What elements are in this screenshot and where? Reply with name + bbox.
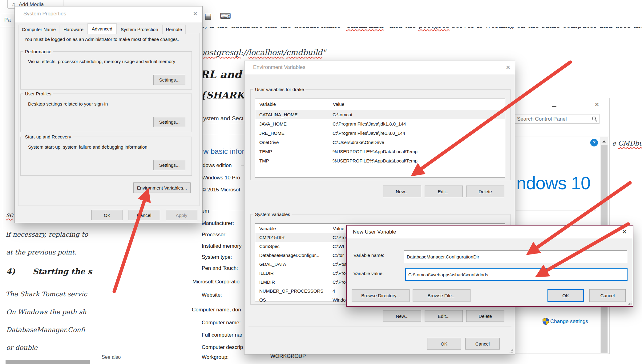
sysinfo-label: Computer name: (202, 320, 241, 326)
admin-note: You must be logged on as an Administrato… (24, 37, 179, 42)
system-new-button[interactable]: New... (383, 310, 421, 322)
startup-settings-button[interactable]: Settings... (153, 160, 185, 170)
ok-button[interactable]: OK (91, 210, 123, 220)
windows-edition-label: dows edition (203, 162, 232, 169)
new-user-variable-dialog: New User Variable ✕ Variable name: Varia… (346, 225, 633, 307)
doc-left-heading: 4) Starting the s (6, 267, 92, 276)
editor-toolbar-band: ▤ ⌨ (188, 0, 642, 27)
close-icon[interactable]: ✕ (193, 11, 198, 17)
user-delete-button[interactable]: Delete (466, 186, 504, 197)
search-icon (592, 116, 598, 122)
doc-url-localhost: localhost (248, 48, 284, 57)
editor-gutter-line (3, 40, 3, 364)
uac-shield-icon (543, 318, 549, 325)
close-icon[interactable]: ✕ (506, 65, 511, 70)
keyboard-icon[interactable]: ⌨ (220, 12, 231, 21)
windows-edition-value: Windows 10 Pro (202, 175, 240, 181)
apply-button[interactable]: Apply (166, 210, 197, 220)
user-profiles-settings-button[interactable]: Settings... (153, 117, 185, 127)
performance-label: Performance (23, 49, 53, 54)
environment-variables-button[interactable]: Environment Variables... (133, 182, 191, 193)
see-also-label: See also (102, 354, 121, 360)
user-variables-label: User variables for drake (253, 87, 305, 92)
system-delete-button[interactable]: Delete (466, 310, 504, 322)
change-settings-link[interactable]: Change settings (550, 318, 588, 325)
performance-settings-button[interactable]: Settings... (153, 75, 185, 85)
doc-left-line: The Shark Tomcat servic (6, 290, 87, 298)
tab-advanced[interactable]: Advanced (87, 23, 117, 34)
variable-name-label: Variable name: (353, 253, 384, 258)
ok-button[interactable]: OK (547, 289, 584, 302)
user-profiles-desc: Desktop settings related to your sign-in (28, 101, 108, 106)
user-new-button[interactable]: New... (383, 186, 421, 197)
cancel-button[interactable]: Cancel (128, 210, 160, 220)
cancel-button[interactable]: Cancel (465, 338, 500, 350)
help-icon[interactable]: ? (590, 139, 598, 146)
desktop: ♫ Add Media Pa ▤ ⌨ e, if the database ha… (0, 0, 642, 364)
copyright-text: © 2015 Microsof (202, 187, 240, 193)
tab-computer-name[interactable]: Computer Name (18, 25, 59, 34)
paragraph-label: Pa (4, 17, 11, 23)
system-edit-button[interactable]: Edit... (425, 310, 463, 322)
column-header-value[interactable]: Value (327, 98, 505, 110)
minimize-icon[interactable] (552, 106, 556, 107)
cp-window-divider (512, 137, 610, 137)
tab-system-protection[interactable]: System Protection (117, 25, 162, 34)
new-user-variable-title: New User Variable (353, 229, 396, 235)
table-row[interactable]: TMP %USERPROFILE%\AppData\Local\Temp (255, 156, 505, 165)
sysinfo-label: Computer name, don (192, 307, 241, 313)
tab-strip: Computer Name Hardware Advanced System P… (18, 23, 186, 34)
sysinfo-label: Installed memory (202, 243, 241, 249)
column-header-variable[interactable]: Variable (255, 226, 327, 231)
variable-name-input[interactable] (404, 250, 627, 263)
table-icon[interactable]: ▤ (204, 12, 212, 21)
browse-directory-button[interactable]: Browse Directory... (352, 289, 410, 302)
search-input[interactable] (514, 114, 600, 124)
sysinfo-label: Website: (202, 292, 222, 298)
doc-left-line: at the previous point. (6, 249, 76, 256)
resize-grip[interactable] (628, 301, 632, 305)
table-row[interactable]: JRE_HOME C:\Program Files\Java\jre1.8.0_… (255, 128, 505, 138)
doc-right-pre: e (612, 140, 618, 147)
tab-remote[interactable]: Remote (162, 25, 186, 34)
paragraph-dropdown[interactable]: Pa (0, 13, 14, 27)
doc-right-fragment: e CMDbui (612, 140, 642, 147)
variable-value-input[interactable] (405, 268, 628, 281)
cp-heading: w basic infor (203, 147, 244, 156)
breadcrumb[interactable]: ystem and Securit (203, 115, 250, 122)
tab-hardware[interactable]: Hardware (60, 25, 87, 34)
doc-left-line: se (6, 211, 13, 218)
column-header-variable[interactable]: Variable (255, 102, 327, 107)
sysinfo-label: Workgroup: (202, 354, 229, 360)
system-section-label: em (202, 208, 209, 214)
close-icon[interactable]: ✕ (595, 101, 599, 108)
sysinfo-label: Processor: (202, 232, 227, 238)
sysinfo-label: Manufacturer: (202, 220, 234, 226)
sysinfo-label: Full computer nar (202, 332, 242, 338)
maximize-icon[interactable] (573, 103, 577, 107)
table-row[interactable]: JAVA_HOME C:\Program Files\Java\jdk1.8.0… (255, 119, 505, 128)
dialog-separator (248, 326, 511, 326)
doc-line-2: postgresql://localhost/cmdbuild" (200, 48, 326, 57)
close-icon[interactable]: ✕ (622, 229, 627, 235)
system-properties-title: System Properties (23, 11, 66, 17)
table-row[interactable]: TEMP %USERPROFILE%\AppData\Local\Temp (255, 147, 505, 156)
user-variables-table: Variable Value CATALINA_HOME C:\tomcat J… (255, 98, 505, 178)
system-properties-dialog: System Properties ✕ Computer Name Hardwa… (14, 6, 203, 223)
environment-variables-title: Environment Variables (253, 64, 305, 70)
table-row[interactable]: OneDrive C:\Users\drake\OneDrive (255, 138, 505, 147)
doc-left-line: If necessary, replacing to (6, 231, 88, 238)
sysinfo-label: Microsoft Corporatio (192, 279, 240, 285)
cancel-button[interactable]: Cancel (589, 289, 626, 302)
performance-desc: Visual effects, processor scheduling, me… (28, 59, 175, 64)
sysinfo-label: Pen and Touch: (202, 265, 238, 271)
resize-grip[interactable] (509, 349, 513, 353)
browse-file-button[interactable]: Browse File... (413, 289, 470, 302)
user-edit-button[interactable]: Edit... (425, 186, 463, 197)
table-row[interactable]: CATALINA_HOME C:\tomcat (255, 110, 505, 119)
scrollbar-up-icon[interactable] (602, 140, 606, 142)
ok-button[interactable]: OK (427, 338, 461, 350)
windows10-logo-text: ndows 10 (516, 173, 590, 193)
doc-url-sep1: :// (241, 48, 248, 57)
startup-recovery-label: Start-up and Recovery (23, 134, 73, 139)
